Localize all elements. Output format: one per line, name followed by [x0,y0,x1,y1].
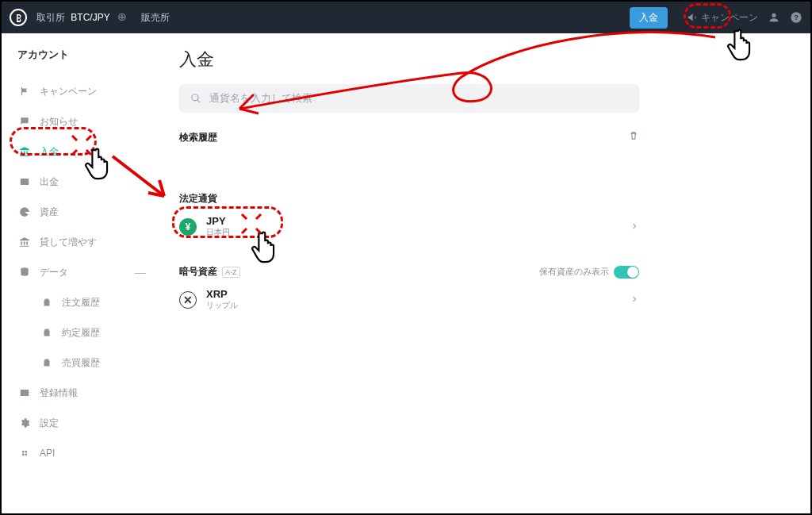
jpy-icon: ¥ [179,218,197,236]
owned-only-label: 保有資産のみ表示 [539,266,609,278]
svg-rect-2 [21,179,29,185]
sidebar-label: 注文履歴 [62,296,100,309]
user-icon[interactable] [768,11,780,24]
sidebar-label: API [40,448,55,459]
currency-row-xrp[interactable]: ✕ XRP リップル [179,279,639,321]
search-icon [190,93,201,104]
withdraw-icon [17,175,32,189]
currency-row-jpy[interactable]: ¥ JPY 日本円 [179,206,639,248]
sidebar-item-campaign[interactable]: キャンペーン [17,76,160,106]
trash-icon[interactable] [628,130,639,144]
bank-icon [17,144,32,159]
nav-pair: BTC/JPY [71,12,109,23]
sidebar-title: アカウント [17,48,160,62]
database-icon [17,265,32,279]
clipboard-icon [40,325,54,340]
gear-icon [17,416,32,430]
bank2-icon [17,235,32,249]
nav-exchange[interactable]: 取引所 BTC/JPY ⊕ [36,10,127,25]
sidebar-label: 登録情報 [40,386,78,400]
help-icon[interactable]: ? [790,11,802,24]
sidebar-item-txn-history[interactable]: 売買履歴 [17,348,160,378]
search-placeholder: 通貨名を入力して検索 [209,91,312,106]
sidebar-label: 入金 [40,145,59,159]
svg-text:?: ? [794,13,799,21]
plus-icon[interactable]: ⊕ [117,10,127,23]
id-icon [17,386,32,400]
sidebar-label: 売買履歴 [62,356,100,370]
sidebar-item-assets[interactable]: 資産 [17,197,160,227]
xrp-icon: ✕ [179,291,197,309]
fiat-label: 法定通貨 [179,192,791,206]
nav-campaign[interactable]: キャンペーン [687,11,758,25]
sidebar-item-lending[interactable]: 貸して増やす [17,227,160,257]
svg-rect-4 [21,390,29,396]
sidebar-label: 設定 [40,417,59,430]
sidebar-item-order-history[interactable]: 注文履歴 [17,287,160,317]
sidebar: アカウント キャンペーン お知らせ 入金 出金 資産 貸して増やす データ [2,33,160,513]
sidebar-label: 貸して増やす [40,236,97,249]
sort-badge[interactable]: A-Z [222,267,240,278]
sidebar-label: データ [40,266,68,279]
flag-icon [17,84,32,98]
chevron-down-icon: — [135,266,146,279]
content: 入金 通貨名を入力して検索 検索履歴 法定通貨 ¥ JPY 日本円 暗号資産 [160,33,810,513]
currency-code: JPY [206,215,230,227]
sidebar-label: 資産 [40,206,59,219]
sidebar-item-data[interactable]: データ — [17,257,160,287]
deposit-button[interactable]: 入金 [630,7,668,29]
sidebar-label: キャンペーン [40,85,97,98]
owned-only-toggle[interactable] [614,266,639,279]
sidebar-item-settings[interactable]: 設定 [17,408,160,438]
clipboard-icon [40,356,54,370]
chat-icon [17,114,32,129]
api-icon [17,446,32,460]
sidebar-label: 出金 [40,175,59,189]
sidebar-item-notice[interactable]: お知らせ [17,106,160,136]
currency-name: リップル [206,300,238,311]
crypto-label: 暗号資産 [179,265,217,279]
nav-sales[interactable]: 販売所 [141,11,170,25]
currency-code: XRP [206,288,238,300]
sidebar-label: お知らせ [40,115,78,129]
logo-icon[interactable] [10,9,27,26]
nav-exchange-label: 取引所 [36,12,65,23]
clipboard-icon [40,295,54,309]
sidebar-item-withdraw[interactable]: 出金 [17,167,160,197]
sidebar-item-api[interactable]: API [17,438,160,468]
chevron-right-icon [630,293,639,307]
chevron-right-icon [630,220,639,234]
sidebar-label: 約定履歴 [62,326,100,340]
sidebar-item-trade-history[interactable]: 約定履歴 [17,317,160,348]
page-title: 入金 [179,48,791,71]
search-input[interactable]: 通貨名を入力して検索 [179,84,639,113]
pie-icon [17,205,32,219]
sidebar-item-deposit[interactable]: 入金 [17,136,160,167]
currency-name: 日本円 [206,227,230,238]
search-history-label: 検索履歴 [179,131,217,144]
nav-campaign-label: キャンペーン [701,11,758,25]
topbar: 取引所 BTC/JPY ⊕ 販売所 入金 キャンペーン ? [2,2,810,33]
sidebar-item-registration[interactable]: 登録情報 [17,378,160,408]
